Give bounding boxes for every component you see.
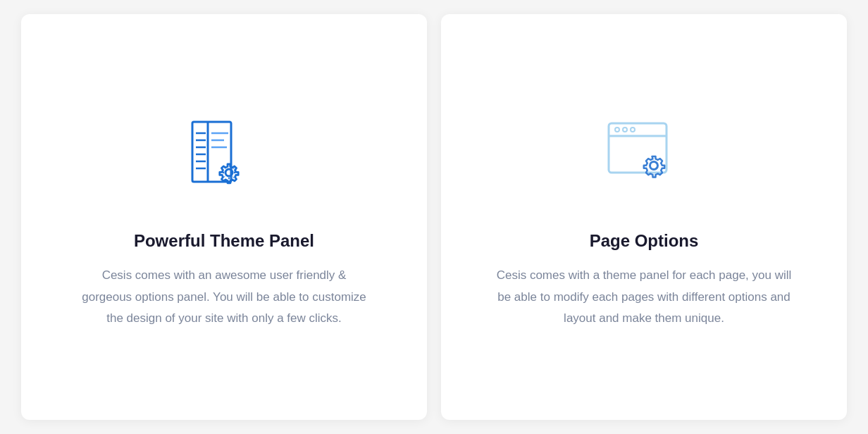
theme-panel-card: Powerful Theme Panel Cesis comes with an… [21,14,427,420]
page-options-icon [591,104,697,210]
cards-container: Powerful Theme Panel Cesis comes with an… [0,0,868,434]
theme-panel-description: Cesis comes with an awesome user friendl… [76,265,372,330]
svg-point-11 [225,169,232,176]
theme-panel-icon [171,104,277,210]
page-options-title: Page Options [590,231,699,251]
theme-panel-title: Powerful Theme Panel [134,231,314,251]
svg-point-15 [623,128,627,132]
page-options-description: Cesis comes with a theme panel for each … [496,265,792,330]
page-options-card: Page Options Cesis comes with a theme pa… [441,14,847,420]
svg-point-14 [615,128,619,132]
svg-point-16 [631,128,635,132]
svg-point-17 [650,162,658,170]
